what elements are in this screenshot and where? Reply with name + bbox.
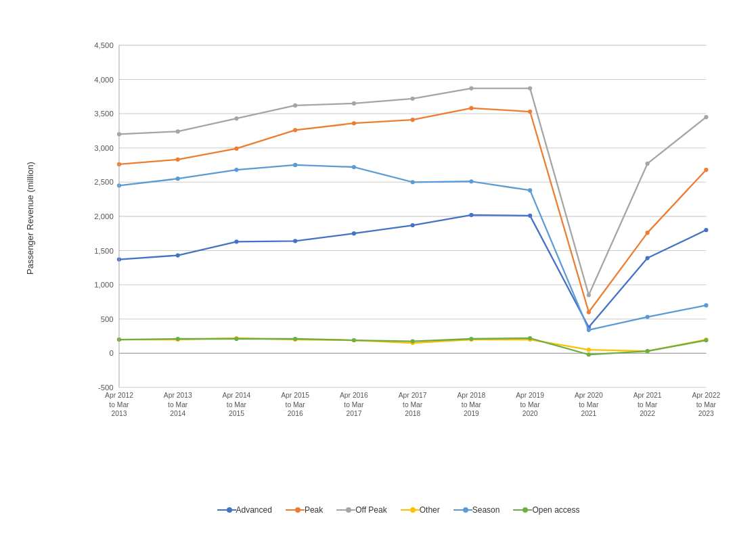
svg-point-70 [351,121,355,125]
svg-text:to Mar: to Mar [637,400,657,408]
svg-point-102 [293,162,297,166]
svg-text:Apr 2015: Apr 2015 [281,392,309,399]
svg-point-80 [293,103,297,107]
svg-point-65 [704,228,708,232]
svg-point-109 [704,303,708,307]
svg-text:4,500: 4,500 [94,41,113,49]
y-axis-label: Passenger Revenue (million) [24,261,35,275]
svg-point-117 [528,335,532,340]
svg-text:Apr 2013: Apr 2013 [163,392,192,399]
svg-text:to Mar: to Mar [403,400,423,408]
svg-point-107 [586,327,590,331]
svg-text:Apr 2012: Apr 2012 [105,392,133,399]
legend-label: Off Peak [355,505,386,515]
svg-point-72 [469,106,473,110]
svg-text:2016: 2016 [287,410,303,417]
svg-point-71 [410,118,414,122]
legend-item-advanced: Advanced [217,505,272,515]
svg-text:Apr 2020: Apr 2020 [574,392,602,399]
legend-dot [522,507,528,513]
legend-label: Season [472,505,500,515]
svg-point-73 [528,109,532,113]
svg-point-62 [528,213,532,217]
svg-point-101 [234,167,238,171]
svg-point-96 [586,348,590,352]
svg-point-58 [293,239,297,243]
svg-text:2022: 2022 [640,410,655,417]
svg-point-59 [351,231,355,235]
svg-text:1,500: 1,500 [94,246,113,254]
svg-point-103 [351,164,355,168]
svg-point-120 [704,338,708,342]
svg-point-81 [351,101,355,105]
svg-point-85 [586,293,590,297]
chart-container: Passenger Revenue (million) -50005001,00… [23,14,734,521]
svg-point-68 [234,146,238,150]
svg-text:to Mar: to Mar [579,400,599,408]
svg-point-104 [410,180,414,184]
svg-point-119 [645,349,649,353]
svg-point-82 [410,96,414,100]
svg-text:to Mar: to Mar [520,400,540,408]
legend-dot [295,507,301,513]
svg-text:-500: -500 [97,383,113,391]
svg-point-69 [293,128,297,132]
svg-text:to Mar: to Mar [285,400,305,408]
svg-text:1,000: 1,000 [94,281,113,289]
svg-point-84 [528,86,532,90]
legend-dot [463,507,468,513]
svg-text:2020: 2020 [522,410,537,417]
svg-text:3,500: 3,500 [94,110,113,118]
chart-svg: -50005001,0001,5002,0002,5003,0003,5004,… [77,28,720,454]
svg-point-60 [410,223,414,227]
svg-point-76 [704,167,708,171]
svg-text:to Mar: to Mar [696,400,716,408]
svg-text:to Mar: to Mar [109,400,129,408]
svg-text:Apr 2019: Apr 2019 [516,392,544,399]
svg-text:to Mar: to Mar [226,400,246,408]
svg-point-111 [175,336,179,340]
svg-text:to Mar: to Mar [168,400,188,408]
svg-text:2013: 2013 [111,410,127,417]
legend-item-peak: Peak [286,505,323,515]
svg-point-56 [175,253,179,257]
svg-text:Apr 2022: Apr 2022 [692,392,720,399]
legend-label: Open access [532,505,579,515]
svg-text:4,000: 4,000 [94,75,113,83]
legend-dot [227,507,232,513]
legend-label: Other [420,505,440,515]
svg-text:Apr 2021: Apr 2021 [633,392,661,399]
svg-point-86 [645,161,649,165]
svg-text:2021: 2021 [581,410,596,417]
svg-text:2,000: 2,000 [94,212,113,220]
legend-label: Peak [305,505,323,515]
legend-label: Advanced [236,505,272,515]
svg-text:2023: 2023 [698,410,713,417]
chart-legend: AdvancedPeakOff PeakOtherSeasonOpen acce… [77,505,720,515]
svg-point-106 [528,188,532,192]
svg-point-100 [175,177,179,181]
svg-text:Apr 2016: Apr 2016 [339,392,368,399]
svg-text:to Mar: to Mar [461,400,481,408]
svg-point-105 [469,179,473,183]
svg-point-87 [704,115,708,119]
legend-item-open-access: Open access [513,505,579,515]
svg-text:2019: 2019 [463,410,479,417]
svg-point-118 [586,352,590,356]
svg-text:Apr 2014: Apr 2014 [222,392,250,399]
svg-text:2,500: 2,500 [94,178,113,186]
svg-text:to Mar: to Mar [344,400,364,408]
svg-point-79 [234,116,238,120]
legend-item-off-peak: Off Peak [336,505,386,515]
svg-point-83 [469,86,473,90]
legend-item-other: Other [401,505,440,515]
svg-point-74 [586,310,590,314]
svg-point-113 [293,336,297,340]
legend-dot [346,507,351,513]
svg-text:Apr 2018: Apr 2018 [457,392,485,399]
svg-point-112 [234,336,238,340]
svg-point-75 [645,231,649,235]
legend-dot [410,507,416,513]
svg-point-114 [351,338,355,342]
svg-text:2014: 2014 [170,410,185,417]
